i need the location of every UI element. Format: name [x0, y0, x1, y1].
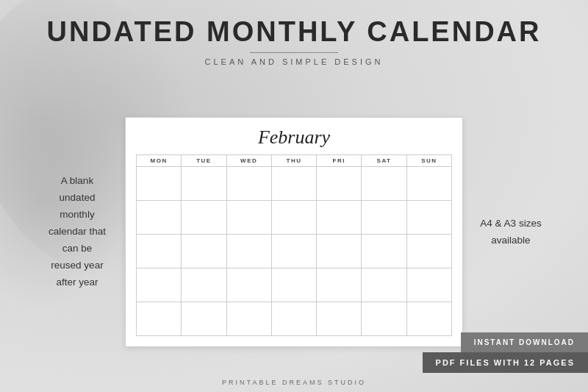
calendar-cell [137, 302, 182, 336]
calendar-cell [406, 302, 451, 336]
calendar-month: February [136, 126, 452, 149]
footer-text: PRINTABLE DREAMS STUDIO [0, 379, 588, 386]
left-desc-line6: reused year [51, 260, 103, 271]
right-desc-line2: available [491, 235, 530, 246]
calendar-cell [226, 167, 271, 201]
calendar-cell [317, 167, 362, 201]
calendar-cell [182, 235, 226, 268]
calendar-cell [226, 201, 271, 235]
calendar-cell [271, 268, 316, 302]
day-thu: THU [271, 155, 316, 167]
pdf-files-badge: PDF FILES WITH 12 PAGES [423, 352, 588, 373]
page-container: UNDATED MONTHLY CALENDAR CLEAN AND SIMPL… [0, 0, 588, 392]
calendar-cell [362, 302, 406, 336]
calendar-row [137, 167, 452, 201]
calendar-cell [317, 235, 362, 268]
calendar-cell [362, 268, 406, 302]
instant-download-badge: INSTANT DOWNLOAD [461, 332, 588, 352]
page-subtitle: CLEAN AND SIMPLE DESIGN [205, 57, 384, 66]
right-desc-line1: A4 & A3 sizes [480, 218, 541, 229]
calendar-cell [182, 302, 226, 336]
calendar-cell [137, 235, 182, 268]
calendar-cell [406, 201, 451, 235]
calendar-row [137, 302, 452, 336]
calendar-cell [182, 268, 226, 302]
day-wed: WED [226, 155, 271, 167]
calendar-header-row: MON TUE WED THU FRI SAT SUN [137, 155, 452, 167]
day-mon: MON [137, 155, 182, 167]
title-divider [250, 52, 338, 53]
calendar-cell [406, 268, 451, 302]
calendar-cell [362, 167, 406, 201]
page-title: UNDATED MONTHLY CALENDAR [47, 16, 542, 48]
calendar-cell [226, 268, 271, 302]
right-description: A4 & A3 sizes available [463, 215, 559, 249]
calendar-cell [137, 268, 182, 302]
calendar-cell [317, 201, 362, 235]
bottom-badges: INSTANT DOWNLOAD PDF FILES WITH 12 PAGES [423, 332, 588, 373]
calendar-cell [271, 201, 316, 235]
calendar-grid: MON TUE WED THU FRI SAT SUN [136, 154, 452, 336]
calendar-cell [137, 167, 182, 201]
left-desc-line1: A blank [61, 175, 93, 186]
calendar-row [137, 235, 452, 268]
left-desc-line3: monthly [60, 209, 94, 220]
day-fri: FRI [317, 155, 362, 167]
left-desc-line4: calendar that [49, 226, 106, 237]
calendar-cell [271, 302, 316, 336]
calendar-cell [406, 167, 451, 201]
calendar-cell [317, 302, 362, 336]
day-tue: TUE [182, 155, 226, 167]
calendar-cell [182, 201, 226, 235]
calendar-cell [271, 235, 316, 268]
calendar-cell [226, 235, 271, 268]
calendar-cell [271, 167, 316, 201]
calendar-cell [406, 235, 451, 268]
calendar-cell [362, 235, 406, 268]
left-description: A blank undated monthly calendar that ca… [29, 173, 125, 291]
day-sun: SUN [406, 155, 451, 167]
left-desc-line5: can be [62, 243, 93, 254]
calendar-row [137, 201, 452, 235]
calendar-cell [137, 201, 182, 235]
left-desc-line7: after year [56, 277, 98, 288]
calendar-cell [317, 268, 362, 302]
calendar-cell [226, 302, 271, 336]
left-desc-line2: undated [60, 192, 96, 203]
day-sat: SAT [362, 155, 406, 167]
calendar-row [137, 268, 452, 302]
calendar-cell [182, 167, 226, 201]
calendar-cell [362, 201, 406, 235]
calendar-card: February MON TUE WED THU FRI SAT SUN [125, 117, 463, 347]
